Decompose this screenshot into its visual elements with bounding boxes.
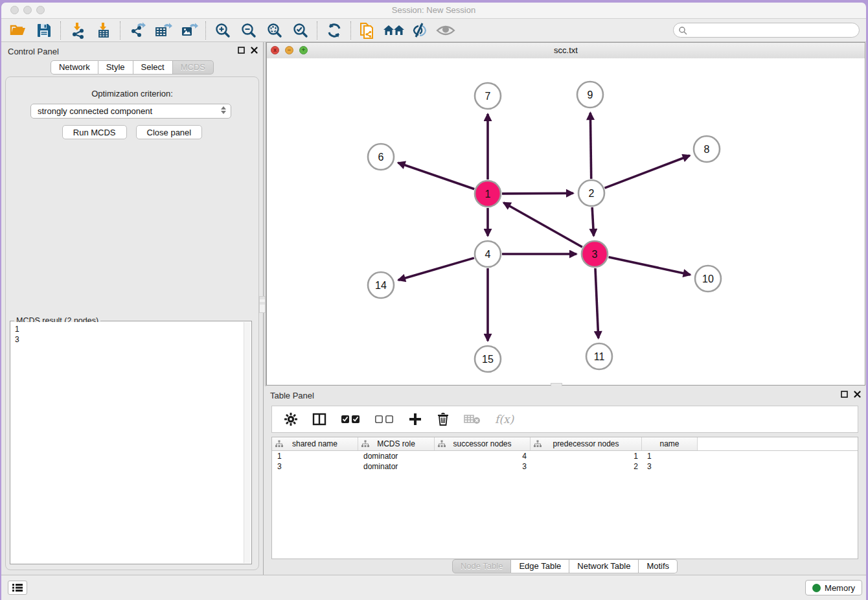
task-history-button[interactable] <box>8 581 27 595</box>
export-network-button[interactable] <box>124 20 150 41</box>
search-field[interactable] <box>673 23 860 38</box>
column-header-name[interactable]: name <box>642 437 698 450</box>
column-header-shared-name[interactable]: shared name <box>272 437 358 450</box>
show-columns-button[interactable] <box>312 412 326 426</box>
tab-network[interactable]: Network <box>51 60 98 75</box>
table-cell[interactable]: 2 <box>531 461 642 472</box>
control-panel-title: Control Panel <box>8 47 59 56</box>
node-6[interactable]: 6 <box>368 144 394 170</box>
svg-text:14: 14 <box>375 280 387 291</box>
table-cell[interactable]: 3 <box>642 461 698 472</box>
table-cell[interactable]: 4 <box>435 451 531 461</box>
mcds-result-text[interactable]: 1 3 <box>11 322 244 563</box>
select-all-button[interactable] <box>341 414 360 424</box>
tab-edge-table[interactable]: Edge Table <box>511 559 569 573</box>
table-settings-button[interactable] <box>284 412 298 426</box>
edge-2-8[interactable] <box>605 156 690 188</box>
zoom-out-button[interactable] <box>236 20 262 41</box>
table-cell[interactable]: 1 <box>272 451 358 461</box>
float-icon[interactable] <box>841 391 848 398</box>
add-row-button[interactable] <box>408 412 422 426</box>
hide-details-button[interactable] <box>407 20 433 41</box>
clone-network-button[interactable] <box>355 20 381 41</box>
deselect-all-icon <box>374 414 394 424</box>
edge-2-3[interactable] <box>592 207 593 236</box>
float-icon[interactable] <box>238 47 245 54</box>
zoom-in-button[interactable] <box>210 20 236 41</box>
attribute-icon <box>275 440 283 448</box>
memory-button[interactable]: Memory <box>805 580 862 595</box>
table-row[interactable]: 1dominator411 <box>272 451 858 461</box>
zoom-selected-button[interactable] <box>288 20 314 41</box>
tab-node-table[interactable]: Node Table <box>452 559 512 573</box>
table-cell[interactable]: 3 <box>435 461 531 472</box>
window-title: Session: New Session <box>1 5 866 15</box>
open-session-button[interactable] <box>5 20 31 41</box>
import-network-icon <box>69 21 87 39</box>
node-9[interactable]: 9 <box>577 82 603 108</box>
open-folder-icon <box>10 22 27 39</box>
home-networks-button[interactable] <box>381 20 407 41</box>
export-table-button[interactable] <box>150 20 176 41</box>
import-network-button[interactable] <box>65 20 91 41</box>
refresh-icon <box>326 22 343 39</box>
function-builder-button[interactable]: f(x) <box>495 413 514 426</box>
tab-style[interactable]: Style <box>98 60 133 75</box>
svg-text:8: 8 <box>704 144 710 155</box>
table-cell[interactable]: 3 <box>272 461 358 472</box>
close-icon[interactable] <box>854 391 861 398</box>
table-cell[interactable]: dominator <box>358 451 435 461</box>
close-panel-button[interactable]: Close panel <box>136 125 203 139</box>
import-table-button[interactable] <box>91 20 117 41</box>
table-row[interactable]: 3dominator323 <box>272 461 858 472</box>
network-frame-titlebar[interactable]: x − + scc.txt <box>267 43 865 59</box>
tab-motifs[interactable]: Motifs <box>639 559 678 573</box>
edge-3-10[interactable] <box>608 257 690 275</box>
divider-grip[interactable] <box>259 296 266 313</box>
node-7[interactable]: 7 <box>475 83 501 109</box>
node-14[interactable]: 14 <box>368 272 394 298</box>
table-cell[interactable]: dominator <box>358 461 435 472</box>
edge-1-2[interactable] <box>502 193 573 194</box>
split-columns-icon <box>312 412 326 426</box>
node-2[interactable]: 2 <box>578 180 604 206</box>
edge-3-11[interactable] <box>595 268 599 338</box>
application-window: Session: New Session <box>1 3 866 600</box>
edge-3-1[interactable] <box>503 203 582 247</box>
edge-1-6[interactable] <box>398 163 474 189</box>
node-8[interactable]: 8 <box>694 136 720 162</box>
column-header-successor-nodes[interactable]: successor nodes <box>435 437 531 450</box>
tab-network-table[interactable]: Network Table <box>569 559 639 573</box>
save-session-button[interactable] <box>31 20 57 41</box>
column-header-MCDS-role[interactable]: MCDS role <box>358 437 435 450</box>
export-image-button[interactable] <box>176 20 202 41</box>
network-graph[interactable]: 7968124314101511 <box>267 58 865 385</box>
node-1[interactable]: 1 <box>475 181 501 207</box>
node-15[interactable]: 15 <box>475 346 501 372</box>
edge-2-9[interactable] <box>590 113 591 179</box>
show-hide-button[interactable] <box>433 20 459 41</box>
node-11[interactable]: 11 <box>586 343 612 369</box>
network-canvas[interactable]: 7968124314101511 <box>267 58 865 385</box>
delete-table-button[interactable] <box>464 413 481 425</box>
table-cell[interactable]: 1 <box>642 451 698 461</box>
node-10[interactable]: 10 <box>695 266 721 292</box>
delete-row-button[interactable] <box>437 412 450 426</box>
fit-content-button[interactable] <box>262 20 288 41</box>
criterion-select[interactable]: strongly connected component <box>30 104 231 119</box>
column-header-predecessor-nodes[interactable]: predecessor nodes <box>531 437 642 450</box>
table-cell[interactable]: 1 <box>531 451 642 461</box>
close-icon[interactable] <box>251 47 258 54</box>
search-input[interactable] <box>690 25 859 36</box>
result-scrollbar[interactable] <box>244 322 251 563</box>
run-mcds-button[interactable]: Run MCDS <box>62 125 127 139</box>
node-3[interactable]: 3 <box>582 241 608 267</box>
svg-text:6: 6 <box>378 152 384 163</box>
edge-4-14[interactable] <box>398 258 474 280</box>
node-4[interactable]: 4 <box>475 241 501 267</box>
tab-mcds[interactable]: MCDS <box>173 60 214 75</box>
deselect-all-button[interactable] <box>374 414 394 424</box>
tab-select[interactable]: Select <box>133 60 173 75</box>
gear-icon <box>284 412 298 426</box>
apply-layout-button[interactable] <box>321 20 347 41</box>
